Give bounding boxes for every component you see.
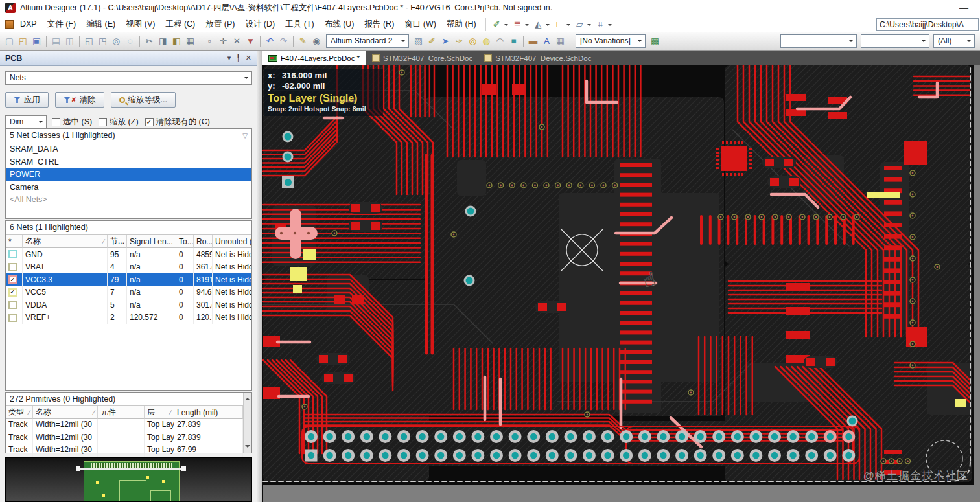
redo-icon[interactable]: ↷ xyxy=(277,35,290,48)
preview-handle[interactable] xyxy=(181,466,186,471)
filter-combo-2[interactable] xyxy=(861,34,929,48)
menu-view[interactable]: 视图 (V) xyxy=(121,16,160,32)
paste-array-icon[interactable]: ▦ xyxy=(183,35,197,48)
col-name[interactable]: 名称∕ xyxy=(23,235,108,248)
panel-splitter[interactable] xyxy=(257,51,262,502)
col-to[interactable]: To... xyxy=(176,235,194,248)
measure-tool-icon[interactable]: ∟ xyxy=(552,18,566,31)
menu-reports[interactable]: 报告 (R) xyxy=(359,16,399,32)
panel-dropdown-icon[interactable]: ▾ xyxy=(228,54,231,62)
zoom-selected-icon[interactable]: ◌ xyxy=(123,35,137,48)
net-row-vbat[interactable]: VBAT4 n/a0 361.(Net is Hidden xyxy=(6,261,251,274)
print-preview-icon[interactable]: ◫ xyxy=(63,35,76,48)
filter-combo-1[interactable] xyxy=(780,34,857,48)
net-class-item-all-nets[interactable]: <All Nets> xyxy=(6,194,251,207)
recent-path-box[interactable]: C:\Users\baijj\Desktop\A xyxy=(876,18,979,31)
menu-file[interactable]: 文件 (F) xyxy=(42,16,81,32)
panel-mode-combo[interactable]: Nets xyxy=(5,71,252,85)
grid-settings-icon[interactable]: ⌗ xyxy=(594,18,607,31)
save-icon[interactable]: ▣ xyxy=(30,35,43,48)
undo-icon[interactable]: ↶ xyxy=(263,35,277,48)
menu-design[interactable]: 设计 (D) xyxy=(240,16,280,32)
primitive-row[interactable]: TrackWidth=12mil (30 Top Laye 67.99 xyxy=(6,444,243,457)
primitive-row[interactable]: TrackWidth=12mil (30 Top Laye 27.839 xyxy=(6,419,243,432)
fill-tool-icon[interactable]: ■ xyxy=(507,35,520,48)
net-row-vcc33-selected[interactable]: ✓ VCC3.379 n/a0 8191Net is Hidden xyxy=(6,273,251,286)
paste-icon[interactable]: ◧ xyxy=(170,35,183,48)
net-row-vcc5[interactable]: ✓ VCC57 n/a0 94.6!Net is Hidden xyxy=(6,286,251,299)
scroll-up-icon[interactable] xyxy=(245,395,250,400)
col-layer[interactable]: 层∕ xyxy=(145,406,174,419)
tab-pcbdoc-active[interactable]: F407-4Layers.PcbDoc * xyxy=(262,51,366,65)
dropdown-arrow-icon[interactable] xyxy=(504,24,508,28)
net-color-checkbox[interactable]: ✓ xyxy=(8,275,17,284)
tab-schdoc-device[interactable]: STM32F407_Device.SchDoc xyxy=(478,51,597,65)
dropdown-arrow-icon[interactable] xyxy=(546,24,550,28)
net-color-checkbox[interactable] xyxy=(8,250,17,258)
col-length[interactable]: Length (mil) xyxy=(174,406,243,419)
pcb-editor-canvas[interactable]: ☝ x:316.000 mil y:-82.000 mil Top Layer … xyxy=(262,65,980,502)
clear-button[interactable]: ✘ 清除 xyxy=(55,92,104,108)
pad-tool-icon[interactable]: ▬ xyxy=(526,35,540,48)
new-document-icon[interactable]: ▢ xyxy=(3,35,16,48)
origin-tool-icon[interactable]: ✐ xyxy=(490,18,504,31)
differential-route-icon[interactable]: ✑ xyxy=(452,35,466,48)
zoom-document-icon[interactable]: ◳ xyxy=(96,35,110,48)
nets-table-title[interactable]: 6 Nets (1 Highlighted) xyxy=(6,221,251,235)
route-arrow-icon[interactable]: ➤ xyxy=(439,35,452,48)
select-checkbox[interactable] xyxy=(52,118,60,126)
net-row-gnd[interactable]: GND95 n/a0 4859Net is Hidden xyxy=(6,248,251,261)
zoom-in-icon[interactable]: ◎ xyxy=(110,35,123,48)
net-classes-header[interactable]: 5 Net Classes (1 Highlighted) ▽ xyxy=(6,129,251,143)
menu-project[interactable]: 工程 (C) xyxy=(160,16,200,32)
dropdown-arrow-icon[interactable] xyxy=(587,24,591,28)
panel-pin-icon[interactable]: ╀ xyxy=(236,54,240,62)
net-color-checkbox[interactable] xyxy=(8,263,17,271)
preview-handle[interactable] xyxy=(76,466,80,471)
col-signal-length[interactable]: Signal Len... xyxy=(127,235,176,248)
net-class-item-selected[interactable]: POWER xyxy=(6,168,251,181)
menu-window[interactable]: 窗口 (W) xyxy=(399,16,441,32)
zoom-checkbox-wrap[interactable]: 缩放 (Z) xyxy=(99,117,139,128)
board-shape-icon[interactable]: ▱ xyxy=(573,18,587,31)
browse-icon[interactable]: ◉ xyxy=(310,35,323,48)
move-icon[interactable]: ✛ xyxy=(216,35,230,48)
scope-combo[interactable]: (All) xyxy=(933,34,975,48)
variant-chip-icon[interactable]: ▩ xyxy=(648,35,662,48)
net-color-checkbox[interactable] xyxy=(8,314,17,322)
open-icon[interactable]: ◰ xyxy=(16,35,30,48)
polygon-pour-icon[interactable]: ▨ xyxy=(412,35,425,48)
pcb-board-artwork[interactable]: ☝ xyxy=(262,65,980,502)
zoom-level-button[interactable]: 缩放等级... xyxy=(111,92,176,108)
menu-edit[interactable]: 编辑 (E) xyxy=(81,16,121,32)
cut-icon[interactable]: ✂ xyxy=(143,35,156,48)
copy-icon[interactable]: ◨ xyxy=(156,35,170,48)
clear-existing-checkbox-wrap[interactable]: ✓ 清除现有的 (C) xyxy=(145,117,211,128)
via-tool-icon[interactable]: ◎ xyxy=(466,35,480,48)
clear-filter-icon[interactable]: ▼ xyxy=(244,35,257,48)
col-routed[interactable]: Ro... xyxy=(194,235,213,248)
zoom-area-icon[interactable]: ◱ xyxy=(82,35,96,48)
col-nodes[interactable]: 节... xyxy=(108,235,127,248)
menu-place[interactable]: 放置 (P) xyxy=(200,16,240,32)
cross-probe-icon[interactable]: ✕ xyxy=(230,35,244,48)
primitives-scrollbar[interactable] xyxy=(243,393,251,453)
primitives-title[interactable]: 272 Primitives (0 Highlighted) xyxy=(6,393,243,406)
apply-button[interactable]: 应用 xyxy=(5,92,49,108)
scroll-down-icon[interactable] xyxy=(245,445,250,450)
find-similar-icon[interactable]: ◭ xyxy=(531,18,545,31)
minimize-button[interactable]: — xyxy=(953,3,975,13)
print-icon[interactable]: ▤ xyxy=(49,35,63,48)
net-class-item[interactable]: SRAM_DATA xyxy=(6,143,251,156)
net-row-vref[interactable]: VREF+2 120.5720 120.:Net is Hidden xyxy=(6,312,251,325)
panel-close-icon[interactable]: ✕ xyxy=(246,54,251,62)
arc-tool-icon[interactable]: ◠ xyxy=(493,35,507,48)
command-set-combo[interactable]: Altium Standard 2 xyxy=(326,34,409,48)
net-color-checkbox[interactable]: ✓ xyxy=(8,288,17,297)
col-check[interactable]: * xyxy=(6,235,23,248)
net-class-item[interactable]: SRAM_CTRL xyxy=(6,156,251,169)
net-color-checkbox[interactable] xyxy=(8,301,17,309)
col-component[interactable]: 元件 xyxy=(98,406,145,419)
dropdown-arrow-icon[interactable] xyxy=(566,24,570,28)
dropdown-arrow-icon[interactable] xyxy=(608,24,612,28)
